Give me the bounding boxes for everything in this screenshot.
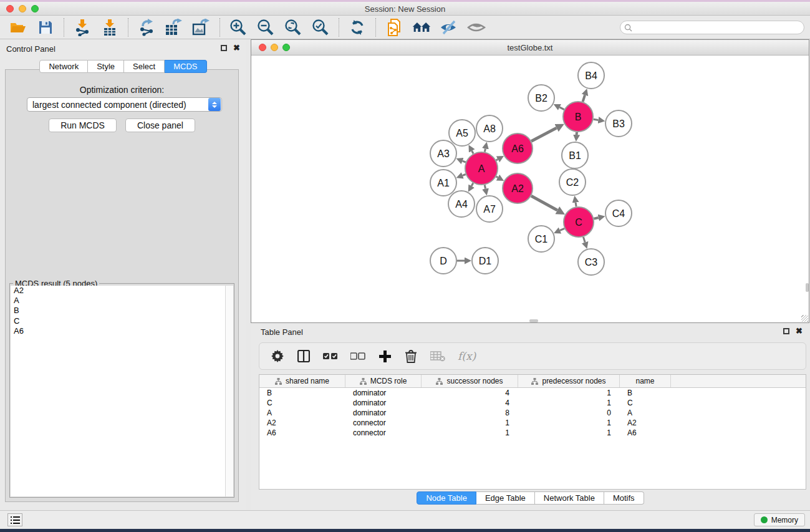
mcds-result-item[interactable]: A6	[11, 326, 226, 336]
edge-A-A2[interactable]	[496, 177, 498, 178]
import-network-icon[interactable]	[73, 18, 92, 37]
node-B2[interactable]: B2	[528, 85, 554, 111]
table-row[interactable]: A6connector11A6	[259, 428, 806, 438]
zoom-fit-icon[interactable]	[284, 18, 302, 37]
node-C2[interactable]: C2	[559, 169, 586, 195]
node-C1[interactable]: C1	[528, 226, 554, 252]
mcds-result-list[interactable]: A2ABCA6	[11, 286, 226, 496]
node-A6[interactable]: A6	[503, 133, 533, 163]
table-cell[interactable]: A	[620, 408, 671, 418]
tab-motifs[interactable]: Motifs	[604, 491, 644, 505]
tab-network-table[interactable]: Network Table	[535, 491, 604, 505]
table-cell[interactable]: 4	[422, 398, 518, 408]
column-header-MCDS-role[interactable]: MCDS role	[345, 375, 422, 387]
edge-A-A4[interactable]	[471, 183, 473, 186]
mcds-result-item[interactable]: C	[11, 316, 226, 326]
node-C[interactable]: C	[564, 207, 594, 237]
edge-C-C1[interactable]	[560, 228, 564, 230]
table-cell[interactable]: C	[620, 398, 671, 408]
resize-grip-icon[interactable]	[801, 315, 808, 322]
table-cell[interactable]: C	[259, 398, 345, 408]
table-cell[interactable]: A	[259, 408, 345, 418]
network-canvas[interactable]: AA6A2BCA5A8A3A1A4A7B2B4B3B1C2C4C1C3DD1	[251, 56, 809, 322]
node-A8[interactable]: A8	[476, 115, 503, 142]
memory-button[interactable]: Memory	[754, 513, 805, 526]
edge-A-A6[interactable]	[496, 159, 498, 160]
close-table-panel-icon[interactable]: ✖	[796, 328, 803, 334]
column-header-name[interactable]: name	[620, 375, 671, 387]
tab-select[interactable]: Select	[124, 60, 165, 73]
new-network-icon[interactable]	[385, 18, 403, 37]
edge-C-C3[interactable]	[583, 237, 585, 243]
mcds-result-item[interactable]: A	[11, 296, 226, 306]
node-A5[interactable]: A5	[449, 120, 475, 146]
table-settings-gear-icon[interactable]	[271, 349, 284, 364]
task-history-button[interactable]	[7, 513, 22, 526]
table-row[interactable]: A2connector11A2	[259, 418, 806, 428]
edge-A-A1[interactable]	[463, 175, 466, 176]
edge-A-A3[interactable]	[463, 161, 466, 162]
table-cell[interactable]: A6	[620, 428, 671, 438]
deselect-all-icon[interactable]	[350, 349, 365, 364]
table-cell[interactable]: 1	[518, 388, 620, 398]
node-A[interactable]: A	[465, 152, 498, 185]
mcds-result-item[interactable]: A2	[11, 286, 226, 296]
table-cell[interactable]: A2	[620, 418, 671, 428]
zoom-selected-icon[interactable]	[311, 18, 330, 37]
table-cell[interactable]: dominator	[345, 398, 422, 408]
table-row[interactable]: Adominator80A	[259, 408, 806, 418]
table-row[interactable]: Cdominator41C	[259, 398, 806, 408]
select-all-icon[interactable]	[323, 349, 338, 364]
tab-mcds[interactable]: MCDS	[165, 60, 206, 73]
canvas-horizontal-scrollbar[interactable]	[529, 319, 538, 322]
export-network-icon[interactable]	[137, 18, 156, 37]
node-A7[interactable]: A7	[476, 196, 503, 222]
hide-panel-icon[interactable]	[440, 18, 458, 37]
tab-style[interactable]: Style	[88, 60, 124, 73]
edge-B-B3[interactable]	[594, 119, 599, 120]
table-cell[interactable]: B	[259, 388, 345, 398]
table-cell[interactable]: A2	[259, 418, 345, 428]
delete-column-trash-icon[interactable]	[404, 349, 418, 364]
table-cell[interactable]: B	[620, 388, 671, 398]
table-cell[interactable]: A6	[259, 428, 345, 438]
float-table-panel-icon[interactable]	[783, 328, 789, 334]
edge-C-C4[interactable]	[594, 218, 598, 219]
zoom-in-icon[interactable]	[229, 18, 248, 37]
refresh-icon[interactable]	[348, 18, 367, 37]
open-file-icon[interactable]	[9, 18, 27, 37]
criterion-dropdown[interactable]: largest connected component (directed)	[27, 97, 222, 112]
tab-network[interactable]: Network	[39, 60, 88, 73]
table-cell[interactable]: 1	[518, 418, 620, 428]
zoom-out-icon[interactable]	[256, 18, 275, 37]
table-cell[interactable]: connector	[345, 428, 422, 438]
node-D1[interactable]: D1	[472, 248, 498, 274]
edge-B-B4[interactable]	[583, 95, 585, 102]
node-B[interactable]: B	[563, 102, 593, 132]
tab-edge-table[interactable]: Edge Table	[476, 491, 535, 505]
close-panel-icon[interactable]: ✖	[233, 45, 240, 51]
edge-A-A5[interactable]	[472, 151, 473, 153]
table-cell[interactable]: 0	[518, 408, 620, 418]
table-cell[interactable]: 1	[518, 428, 620, 438]
node-B1[interactable]: B1	[562, 142, 588, 168]
import-table-icon[interactable]	[100, 18, 119, 37]
node-B4[interactable]: B4	[578, 62, 604, 89]
column-header-predecessor-nodes[interactable]: predecessor nodes	[518, 375, 620, 387]
edge-A6-B[interactable]	[531, 128, 556, 141]
export-image-icon[interactable]	[192, 18, 211, 37]
result-list-scrollbar[interactable]	[225, 286, 233, 496]
node-A1[interactable]: A1	[430, 170, 456, 196]
node-B3[interactable]: B3	[605, 110, 632, 137]
node-A3[interactable]: A3	[430, 140, 456, 167]
column-header-shared-name[interactable]: shared name	[259, 375, 345, 387]
node-A4[interactable]: A4	[448, 191, 475, 217]
edge-C-C2[interactable]	[576, 203, 576, 207]
table-cell[interactable]: dominator	[345, 408, 422, 418]
edge-A-A8[interactable]	[485, 148, 485, 152]
table-cell[interactable]: connector	[345, 418, 422, 428]
mcds-result-item[interactable]: B	[11, 306, 226, 316]
column-header-successor-nodes[interactable]: successor nodes	[422, 375, 518, 387]
run-mcds-button[interactable]: Run MCDS	[49, 118, 117, 132]
table-cell[interactable]: dominator	[345, 388, 422, 398]
